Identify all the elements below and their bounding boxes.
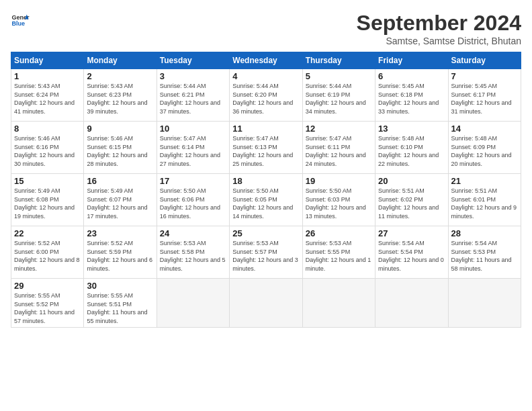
- day-3: 3 Sunrise: 5:44 AMSunset: 6:21 PMDayligh…: [157, 69, 229, 122]
- week-4: 22 Sunrise: 5:52 AMSunset: 6:00 PMDaylig…: [11, 226, 521, 279]
- logo-icon: General Blue: [11, 11, 30, 30]
- logo: General Blue: [11, 11, 30, 30]
- svg-text:Blue: Blue: [11, 20, 25, 27]
- month-title: September 2024: [357, 11, 521, 36]
- day-16: 16 Sunrise: 5:49 AMSunset: 6:07 PMDaylig…: [84, 174, 157, 226]
- location-subtitle: Samtse, Samtse District, Bhutan: [357, 36, 521, 46]
- day-empty-1: [157, 279, 229, 328]
- day-7: 7 Sunrise: 5:45 AMSunset: 6:17 PMDayligh…: [448, 69, 521, 122]
- day-5: 5 Sunrise: 5:44 AMSunset: 6:19 PMDayligh…: [302, 69, 375, 122]
- day-14: 14 Sunrise: 5:48 AMSunset: 6:09 PMDaylig…: [448, 122, 521, 174]
- day-20: 20 Sunrise: 5:51 AMSunset: 6:02 PMDaylig…: [375, 174, 448, 226]
- day-26: 26 Sunrise: 5:53 AMSunset: 5:55 PMDaylig…: [302, 226, 375, 279]
- day-empty-4: [375, 279, 448, 328]
- col-tuesday: Tuesday: [157, 52, 229, 69]
- day-10: 10 Sunrise: 5:47 AMSunset: 6:14 PMDaylig…: [157, 122, 229, 174]
- day-22: 22 Sunrise: 5:52 AMSunset: 6:00 PMDaylig…: [11, 226, 84, 279]
- day-empty-5: [448, 279, 521, 328]
- title-block: September 2024 Samtse, Samtse District, …: [357, 11, 521, 46]
- col-friday: Friday: [375, 52, 448, 69]
- page-header: General Blue September 2024 Samtse, Samt…: [11, 11, 521, 46]
- day-28: 28 Sunrise: 5:54 AMSunset: 5:53 PMDaylig…: [448, 226, 521, 279]
- day-30: 30 Sunrise: 5:55 AMSunset: 5:51 PMDaylig…: [84, 279, 157, 328]
- day-4: 4 Sunrise: 5:44 AMSunset: 6:20 PMDayligh…: [230, 69, 302, 122]
- col-monday: Monday: [84, 52, 157, 69]
- day-11: 11 Sunrise: 5:47 AMSunset: 6:13 PMDaylig…: [230, 122, 302, 174]
- day-25: 25 Sunrise: 5:53 AMSunset: 5:57 PMDaylig…: [230, 226, 302, 279]
- day-15: 15 Sunrise: 5:49 AMSunset: 6:08 PMDaylig…: [11, 174, 84, 226]
- day-empty-3: [302, 279, 375, 328]
- col-saturday: Saturday: [448, 52, 521, 69]
- day-12: 12 Sunrise: 5:47 AMSunset: 6:11 PMDaylig…: [302, 122, 375, 174]
- day-13: 13 Sunrise: 5:48 AMSunset: 6:10 PMDaylig…: [375, 122, 448, 174]
- day-21: 21 Sunrise: 5:51 AMSunset: 6:01 PMDaylig…: [448, 174, 521, 226]
- day-23: 23 Sunrise: 5:52 AMSunset: 5:59 PMDaylig…: [84, 226, 157, 279]
- day-27: 27 Sunrise: 5:54 AMSunset: 5:54 PMDaylig…: [375, 226, 448, 279]
- col-sunday: Sunday: [11, 52, 84, 69]
- col-thursday: Thursday: [302, 52, 375, 69]
- day-6: 6 Sunrise: 5:45 AMSunset: 6:18 PMDayligh…: [375, 69, 448, 122]
- day-1: 1 Sunrise: 5:43 AMSunset: 6:24 PMDayligh…: [11, 69, 84, 122]
- day-17: 17 Sunrise: 5:50 AMSunset: 6:06 PMDaylig…: [157, 174, 229, 226]
- day-2: 2 Sunrise: 5:43 AMSunset: 6:23 PMDayligh…: [84, 69, 157, 122]
- week-2: 8 Sunrise: 5:46 AMSunset: 6:16 PMDayligh…: [11, 122, 521, 174]
- day-8: 8 Sunrise: 5:46 AMSunset: 6:16 PMDayligh…: [11, 122, 84, 174]
- calendar-table: Sunday Monday Tuesday Wednesday Thursday…: [11, 52, 521, 328]
- week-3: 15 Sunrise: 5:49 AMSunset: 6:08 PMDaylig…: [11, 174, 521, 226]
- day-29: 29 Sunrise: 5:55 AMSunset: 5:52 PMDaylig…: [11, 279, 84, 328]
- week-5: 29 Sunrise: 5:55 AMSunset: 5:52 PMDaylig…: [11, 279, 521, 328]
- week-1: 1 Sunrise: 5:43 AMSunset: 6:24 PMDayligh…: [11, 69, 521, 122]
- day-9: 9 Sunrise: 5:46 AMSunset: 6:15 PMDayligh…: [84, 122, 157, 174]
- day-24: 24 Sunrise: 5:53 AMSunset: 5:58 PMDaylig…: [157, 226, 229, 279]
- day-empty-2: [230, 279, 302, 328]
- day-19: 19 Sunrise: 5:50 AMSunset: 6:03 PMDaylig…: [302, 174, 375, 226]
- day-18: 18 Sunrise: 5:50 AMSunset: 6:05 PMDaylig…: [230, 174, 302, 226]
- col-wednesday: Wednesday: [230, 52, 302, 69]
